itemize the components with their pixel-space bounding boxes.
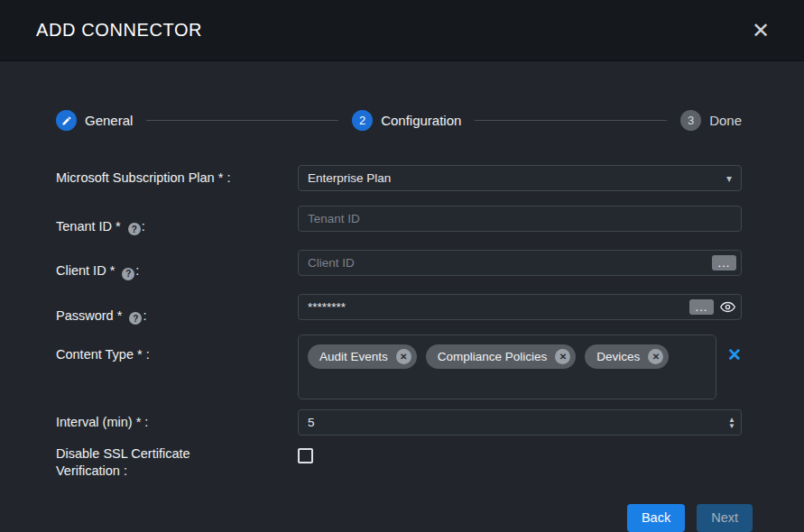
tenant-id-label: Tenant ID * ?: [56,201,298,235]
step-done-number: 3 [680,110,701,131]
add-connector-dialog: ADD CONNECTOR ✕ General 2 Configuration … [0,0,804,532]
step-configuration[interactable]: 2 Configuration [352,110,461,131]
stepper-connector [146,120,338,121]
subscription-plan-field: Enterprise Plan ▾ [298,165,742,191]
stepper-connector [475,120,667,121]
dialog-header: ADD CONNECTOR ✕ [0,0,804,61]
chip-label: Devices [596,350,640,363]
chip-audit-events: Audit Events ✕ [308,344,417,369]
client-id-field: ... [298,250,742,276]
interval-field: ▲ ▼ [298,409,742,436]
ellipsis-icon: ... [696,301,708,313]
dialog-footer: Back Next [0,480,804,532]
chip-compliance-policies: Compliance Policies ✕ [426,344,577,369]
chevron-down-icon: ▾ [726,172,732,185]
back-button[interactable]: Back [627,504,685,532]
remove-chip-icon[interactable]: ✕ [555,349,570,364]
content-type-multiselect[interactable]: Audit Events ✕ Compliance Policies ✕ Dev… [298,335,716,399]
close-button[interactable]: ✕ [752,20,770,41]
client-id-input[interactable] [298,250,742,276]
toggle-password-visibility-button[interactable] [718,298,736,316]
clear-content-type-button[interactable]: ✕ [727,346,742,363]
chip-devices: Devices ✕ [585,344,669,369]
chip-label: Compliance Policies [438,350,548,363]
ssl-verification-label: Disable SSL Certificate Verification : [56,445,298,480]
step-configuration-label: Configuration [381,113,461,128]
interval-input[interactable] [298,409,742,436]
number-stepper[interactable]: ▲ ▼ [728,417,735,429]
client-id-label: Client ID * ?: [56,245,298,280]
subscription-plan-select[interactable]: Enterprise Plan ▾ [298,165,742,191]
close-icon: ✕ [752,18,770,42]
stepper: General 2 Configuration 3 Done [56,110,742,131]
next-button[interactable]: Next [697,504,753,532]
step-configuration-number: 2 [352,110,373,131]
password-input[interactable] [298,294,742,320]
dialog-title: ADD CONNECTOR [36,20,202,41]
password-browse-button[interactable]: ... [689,299,714,315]
ellipsis-icon: ... [718,257,731,269]
subscription-plan-value: Enterprise Plan [308,171,391,185]
remove-chip-icon[interactable]: ✕ [396,349,411,364]
subscription-plan-label: Microsoft Subscription Plan * : [56,170,298,187]
interval-label: Interval (min) * : [56,414,298,431]
clear-icon: ✕ [727,345,742,364]
chip-label: Audit Events [319,350,388,363]
help-icon[interactable]: ? [122,268,134,280]
tenant-id-field [298,206,742,232]
remove-chip-icon[interactable]: ✕ [648,349,663,364]
password-label: Password * ?: [56,290,298,325]
client-id-browse-button[interactable]: ... [712,255,736,271]
content-type-label: Content Type * : [56,335,298,363]
edit-icon [56,110,77,131]
connector-form: Microsoft Subscription Plan * : Enterpri… [0,165,804,480]
ssl-verification-field [298,445,742,463]
stepper-down-icon[interactable]: ▼ [728,423,735,429]
step-done[interactable]: 3 Done [680,110,742,131]
tenant-id-input[interactable] [298,206,742,232]
step-done-label: Done [709,113,742,128]
password-field: ... [298,294,742,320]
step-general-label: General [85,113,133,128]
eye-icon [720,299,735,315]
content-type-field: Audit Events ✕ Compliance Policies ✕ Dev… [298,335,742,399]
step-general[interactable]: General [56,110,133,131]
help-icon[interactable]: ? [128,223,141,235]
help-icon[interactable]: ? [129,312,142,325]
ssl-verification-checkbox[interactable] [298,448,313,463]
